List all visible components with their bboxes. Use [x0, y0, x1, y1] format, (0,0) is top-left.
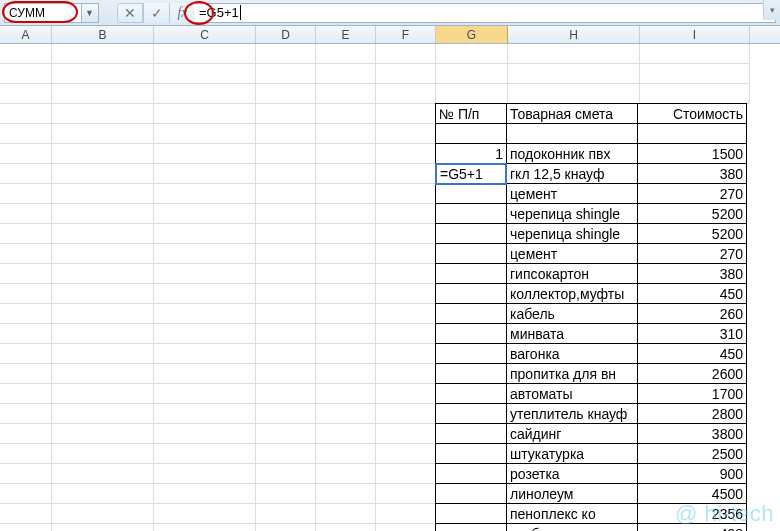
cell[interactable] [0, 104, 52, 124]
cell[interactable]: гкл 12,5 кнауф [506, 163, 638, 184]
cell[interactable] [316, 324, 376, 344]
cell[interactable] [376, 344, 436, 364]
cell[interactable] [436, 44, 508, 64]
cell[interactable] [0, 284, 52, 304]
cell[interactable] [52, 444, 154, 464]
cell[interactable] [0, 64, 52, 84]
cell[interactable] [376, 324, 436, 344]
cell[interactable] [376, 304, 436, 324]
cell[interactable] [435, 183, 507, 204]
cell[interactable]: вагонка [506, 343, 638, 364]
cell[interactable]: =G5+1 [435, 163, 507, 185]
confirm-button[interactable]: ✓ [143, 3, 169, 23]
cell[interactable] [154, 464, 256, 484]
cell[interactable] [0, 224, 52, 244]
cell[interactable] [376, 104, 436, 124]
spreadsheet-grid[interactable]: № П/пТоварная сметаСтоимость1подоконник … [0, 44, 780, 531]
cell[interactable] [256, 224, 316, 244]
cell[interactable] [256, 384, 316, 404]
cell[interactable] [316, 64, 376, 84]
cell[interactable] [640, 84, 750, 104]
cell[interactable] [256, 424, 316, 444]
cell[interactable]: 900 [637, 463, 747, 484]
cell[interactable] [435, 363, 507, 384]
cell[interactable]: 450 [637, 283, 747, 304]
cell[interactable] [154, 124, 256, 144]
cell[interactable] [256, 524, 316, 531]
cell[interactable] [316, 124, 376, 144]
cell[interactable] [640, 64, 750, 84]
name-box-dropdown[interactable]: ▼ [81, 3, 99, 23]
cell[interactable] [52, 404, 154, 424]
cell[interactable]: 380 [637, 263, 747, 284]
cell[interactable] [52, 164, 154, 184]
cancel-button[interactable]: ✕ [117, 3, 143, 23]
cell[interactable] [256, 164, 316, 184]
cell[interactable] [0, 204, 52, 224]
formula-input[interactable]: =G5+1 [195, 3, 776, 23]
cell[interactable] [154, 404, 256, 424]
cell[interactable] [0, 184, 52, 204]
cell[interactable]: коллектор,муфты [506, 283, 638, 304]
column-header-f[interactable]: F [376, 26, 436, 43]
cell[interactable] [154, 444, 256, 464]
column-header-g[interactable]: G [436, 26, 508, 43]
cell[interactable] [316, 444, 376, 464]
insert-function-button[interactable]: fx [169, 3, 195, 23]
cell[interactable] [435, 243, 507, 264]
cell[interactable] [154, 164, 256, 184]
cell[interactable] [52, 224, 154, 244]
cell[interactable] [376, 464, 436, 484]
cell[interactable] [0, 524, 52, 531]
cell[interactable] [0, 44, 52, 64]
cell[interactable] [52, 84, 154, 104]
cell[interactable]: кабель [506, 303, 638, 324]
cell[interactable] [436, 64, 508, 84]
cell[interactable]: № П/п [435, 103, 507, 124]
cell[interactable]: Товарная смета [506, 103, 638, 124]
cell[interactable] [154, 284, 256, 304]
cell[interactable] [376, 164, 436, 184]
cell[interactable]: гипсокартон [506, 263, 638, 284]
cell[interactable] [316, 104, 376, 124]
cell[interactable] [376, 264, 436, 284]
cell[interactable] [52, 144, 154, 164]
column-header-h[interactable]: H [508, 26, 640, 43]
cell[interactable] [52, 104, 154, 124]
cell[interactable] [256, 144, 316, 164]
cell[interactable] [0, 464, 52, 484]
formula-bar-expand[interactable]: ▾ [763, 0, 780, 20]
cell[interactable] [376, 144, 436, 164]
cell[interactable] [0, 444, 52, 464]
cell[interactable] [154, 304, 256, 324]
cell[interactable] [316, 264, 376, 284]
cell[interactable] [316, 344, 376, 364]
cell[interactable] [316, 404, 376, 424]
cell[interactable]: цемент [506, 183, 638, 204]
cell[interactable]: Стоимость [637, 103, 747, 124]
cell[interactable] [316, 464, 376, 484]
cell[interactable] [52, 384, 154, 404]
cell[interactable] [256, 344, 316, 364]
cell[interactable] [256, 284, 316, 304]
cell[interactable] [376, 184, 436, 204]
cell[interactable]: 5200 [637, 223, 747, 244]
cell[interactable] [435, 283, 507, 304]
cell[interactable] [316, 164, 376, 184]
cell[interactable] [435, 223, 507, 244]
column-header-c[interactable]: C [154, 26, 256, 43]
cell[interactable]: линолеум [506, 483, 638, 504]
cell[interactable] [316, 184, 376, 204]
column-header-e[interactable]: E [316, 26, 376, 43]
cell[interactable] [256, 304, 316, 324]
cell[interactable] [52, 304, 154, 324]
cell[interactable] [52, 424, 154, 444]
cell[interactable] [316, 424, 376, 444]
cell[interactable] [316, 84, 376, 104]
cell[interactable] [376, 444, 436, 464]
cell[interactable] [0, 84, 52, 104]
cell[interactable] [435, 463, 507, 484]
cell[interactable] [154, 204, 256, 224]
cell[interactable] [316, 204, 376, 224]
cell[interactable] [376, 404, 436, 424]
